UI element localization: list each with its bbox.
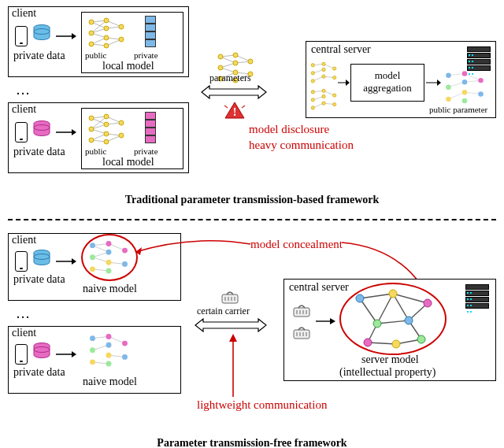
server-icon xyxy=(465,284,489,309)
svg-point-21 xyxy=(104,43,109,48)
svg-point-61 xyxy=(233,53,238,57)
carrier-label: certain carrier xyxy=(197,305,250,317)
svg-point-151 xyxy=(106,342,112,348)
arrow-right-icon xyxy=(54,256,78,267)
arrow-right-icon xyxy=(54,349,78,360)
svg-point-85 xyxy=(333,76,336,79)
server-label: central server xyxy=(311,43,371,56)
svg-point-150 xyxy=(106,334,112,339)
local-model-label: local model xyxy=(102,60,154,72)
arrow-right-icon xyxy=(338,78,350,87)
traditional-framework: client private data public private local… xyxy=(0,0,504,213)
ip-label: (intellectual property) xyxy=(339,366,435,379)
svg-point-62 xyxy=(233,61,238,65)
nn-multicolor-icon xyxy=(443,68,486,102)
svg-point-149 xyxy=(90,359,95,365)
private-label: private xyxy=(134,146,158,156)
svg-point-82 xyxy=(322,68,325,71)
naive-model-label: naive model xyxy=(83,283,137,295)
svg-point-92 xyxy=(311,98,314,102)
local-model-box: public private local model xyxy=(81,108,183,169)
svg-point-45 xyxy=(104,139,109,144)
svg-marker-67 xyxy=(202,86,266,98)
svg-point-115 xyxy=(462,98,467,103)
client-label: client xyxy=(12,327,36,339)
phone-icon xyxy=(15,26,28,46)
svg-marker-100 xyxy=(346,80,350,86)
svg-point-46 xyxy=(119,120,124,125)
svg-point-155 xyxy=(122,354,128,360)
svg-point-93 xyxy=(311,106,314,109)
svg-marker-102 xyxy=(437,80,441,86)
local-model-label: local model xyxy=(102,156,154,168)
carrier-icon xyxy=(220,290,239,304)
svg-point-117 xyxy=(478,91,483,96)
arrow-right-icon xyxy=(426,78,442,87)
carrier-icon xyxy=(292,303,311,317)
naive-model-label: naive model xyxy=(83,376,137,388)
client-box-2: client private data naive model xyxy=(8,326,181,394)
svg-point-39 xyxy=(89,116,94,120)
svg-point-113 xyxy=(462,80,467,84)
svg-point-112 xyxy=(462,71,467,76)
svg-point-44 xyxy=(104,131,109,136)
nn-icon xyxy=(87,112,126,146)
private-stack xyxy=(145,112,156,143)
svg-point-58 xyxy=(218,54,223,59)
naive-nn-icon xyxy=(87,331,130,368)
private-data-label: private data xyxy=(13,366,65,379)
client-label: client xyxy=(12,7,36,20)
client-label: client xyxy=(12,103,36,116)
ellipsis: … xyxy=(16,82,30,98)
problem-disclosure: model disclosure xyxy=(249,123,329,136)
svg-point-41 xyxy=(89,138,94,143)
svg-point-114 xyxy=(462,90,467,94)
arrow-right-icon xyxy=(54,31,78,42)
svg-point-43 xyxy=(104,122,109,127)
svg-point-79 xyxy=(311,72,314,75)
phone-icon xyxy=(15,122,28,143)
carrier-icon xyxy=(292,325,311,339)
benefit-lightweight: lightweight communication xyxy=(197,398,327,412)
svg-line-71 xyxy=(242,106,245,108)
server-model-label: server model xyxy=(361,354,419,366)
svg-point-65 xyxy=(248,59,253,64)
svg-point-23 xyxy=(119,37,124,42)
svg-line-105 xyxy=(448,92,465,99)
svg-line-106 xyxy=(465,73,481,80)
svg-point-20 xyxy=(104,35,109,40)
param-free-framework: client private data naive model … client… xyxy=(0,228,504,448)
svg-point-116 xyxy=(478,78,483,83)
svg-marker-27 xyxy=(72,129,76,135)
svg-point-97 xyxy=(333,94,336,97)
private-data-label: private data xyxy=(13,273,65,286)
private-data-label: private data xyxy=(13,50,65,62)
private-data-label: private data xyxy=(13,146,65,158)
public-label: public xyxy=(85,146,107,156)
database-icon xyxy=(32,342,51,360)
problem-heavy-comm: heavy communication xyxy=(249,139,354,152)
svg-point-40 xyxy=(89,127,94,131)
svg-point-153 xyxy=(106,361,112,367)
nn-icon xyxy=(309,61,338,84)
svg-point-83 xyxy=(322,75,325,78)
client-label: client xyxy=(12,234,36,246)
svg-rect-170 xyxy=(294,330,309,339)
svg-point-78 xyxy=(311,64,314,67)
svg-point-147 xyxy=(90,335,95,341)
svg-marker-3 xyxy=(72,33,76,39)
database-icon xyxy=(32,120,51,138)
section-divider xyxy=(8,219,496,220)
warning-icon: ! xyxy=(224,101,246,121)
double-arrow-icon xyxy=(194,317,268,334)
nn-icon xyxy=(309,87,338,111)
public-parameter-label: public parameter xyxy=(429,105,487,114)
svg-point-16 xyxy=(89,31,94,35)
svg-point-111 xyxy=(446,97,450,102)
svg-point-15 xyxy=(89,20,94,24)
private-stack xyxy=(145,16,156,47)
public-label: public xyxy=(85,50,107,60)
svg-point-19 xyxy=(104,26,109,31)
svg-line-70 xyxy=(224,106,228,108)
svg-point-18 xyxy=(104,18,109,23)
